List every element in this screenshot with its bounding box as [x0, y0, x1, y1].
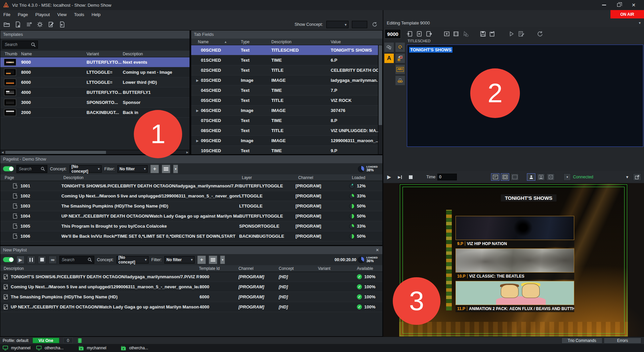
template-row-4000[interactable]: 4000 BUTTERFLYTO... BUTTERFLY1	[0, 87, 190, 98]
add-filter-button[interactable]: +	[150, 165, 159, 173]
column-header-thumb[interactable]: Thumb	[0, 52, 19, 56]
column-header-available[interactable]: Available	[357, 266, 382, 271]
expand-icon[interactable]: ▶	[196, 139, 201, 142]
playlist-filter-select[interactable]: No filter ▾	[164, 256, 195, 263]
run-script-button[interactable]	[508, 30, 516, 38]
image-text-toggle-button[interactable]: A	[395, 53, 405, 63]
view-mode-dropdown[interactable]: ▾	[173, 165, 178, 173]
template-row-6000[interactable]: 6000 LTTOGGLE= Lower third (HD)	[0, 77, 190, 87]
tab-field-row-09sched[interactable]: ▶09SCHED Image IMAGE 1299006311_maroon_.…	[191, 136, 378, 146]
tab-field-row-08sched[interactable]: 08SCHED Text TITLE VIZ UNPLUGGED: MA...	[191, 126, 378, 136]
take-button[interactable]	[415, 30, 423, 38]
tab-field-row-03sched[interactable]: ▶03SCHED Image IMAGE ladygaga_marilynman…	[191, 75, 378, 85]
text-edit-mode-button[interactable]: A	[384, 53, 394, 63]
view-mode-button[interactable]	[209, 255, 217, 264]
menu-page[interactable]: Page	[18, 12, 28, 17]
expand-icon[interactable]: ▶	[196, 79, 201, 82]
spellcheck-button[interactable]: ABI	[395, 64, 405, 74]
column-header-name[interactable]: Name	[19, 52, 87, 56]
templates-search-input[interactable]	[5, 42, 31, 47]
pagelist-search[interactable]	[16, 165, 47, 173]
on-air-button[interactable]: ON AIR	[610, 10, 644, 18]
alpha-preview-button[interactable]	[546, 173, 555, 181]
column-header-page[interactable]: Page	[0, 175, 61, 180]
tab-field-row-01sched[interactable]: 01SCHED Text TIME 6.P	[191, 55, 378, 65]
tab-field-row-04sched[interactable]: 04SCHED Text TIME 7.P	[191, 85, 378, 96]
pagelist-row-1002[interactable]: 1002 Coming Up Next.../Maroon 5 live and…	[0, 191, 382, 201]
playlist-row-9000[interactable]: aTONIGHT'S SHOWS/6.P/CELEBRITY DEATH OCT…	[0, 272, 382, 282]
viz-one-button[interactable]: Viz One	[33, 338, 59, 343]
insert-template-button[interactable]	[443, 30, 451, 38]
column-header-layer[interactable]: Layer	[239, 175, 296, 180]
save-button[interactable]	[479, 30, 487, 38]
import-page-button[interactable]	[58, 20, 66, 28]
chain-links-button[interactable]	[395, 75, 405, 85]
tab-field-row-06sched[interactable]: ▶06SCHED Image IMAGE 307476	[191, 106, 378, 116]
preview-options-dropdown[interactable]: ▾	[564, 173, 571, 181]
column-header-type[interactable]: Type	[238, 40, 269, 44]
tab-field-row-00sched[interactable]: 00SCHED Text TITLESCHED TONIGHT'S SHOWS	[191, 45, 378, 55]
pagelist-row-1003[interactable]: 1003 The Smashing Pumpkins (HD)/The Song…	[0, 201, 382, 211]
detach-preview-button[interactable]	[633, 173, 641, 181]
add-to-playlist-button[interactable]	[25, 20, 33, 28]
tab-fields-vertical-scrollbar[interactable]	[378, 45, 382, 154]
column-header-loaded[interactable]: Loaded	[349, 175, 382, 180]
column-header-description[interactable]: Description	[269, 40, 327, 44]
channel-item-preview-2[interactable]: othercha...	[36, 346, 70, 350]
edit-page-button[interactable]	[47, 20, 55, 28]
time-input[interactable]	[437, 174, 457, 180]
preview-step-button[interactable]: ▶	[395, 173, 404, 181]
link-tool-button[interactable]	[384, 42, 394, 52]
column-header-channel[interactable]: Channel	[238, 266, 279, 271]
tab-field-row-02sched[interactable]: 02SCHED Text TITLE CELEBRITY DEATH OCT..…	[191, 65, 378, 75]
maximize-button[interactable]	[614, 1, 624, 9]
pagelist-enable-toggle[interactable]	[3, 166, 14, 171]
scroll-right-icon[interactable]: ▶	[185, 150, 190, 155]
pagelist-row-1006[interactable]: 1006 We'll Be Back In/Viz Rock/*TIME SET…	[0, 231, 382, 241]
pause-button[interactable]	[27, 256, 35, 264]
loop-button[interactable]: ∞	[49, 256, 57, 264]
reload-show-button[interactable]	[371, 20, 379, 28]
expand-icon[interactable]: ▶	[196, 109, 201, 112]
playlist-search-input[interactable]	[62, 257, 88, 262]
show-concept-select[interactable]: ▾	[326, 21, 348, 28]
column-header-description[interactable]: Description	[0, 266, 199, 271]
settings-button[interactable]	[36, 20, 44, 28]
play-button[interactable]: ▶	[16, 256, 24, 264]
safe-area-button[interactable]	[501, 173, 509, 181]
column-header-description[interactable]: Description	[61, 175, 239, 180]
trio-commands-button[interactable]: Trio Commands	[561, 338, 602, 344]
pagelist-concept-select[interactable]: [No concept] ▾	[69, 165, 102, 173]
menu-playout[interactable]: Playout	[35, 12, 50, 17]
templates-search[interactable]	[2, 41, 38, 49]
chevron-down-icon[interactable]: ▾	[639, 21, 641, 25]
playlist-row-6000[interactable]: aThe Smashing Pumpkins (HD)/The Song Nam…	[0, 292, 382, 302]
close-panel-button[interactable]: ✕	[376, 246, 380, 254]
pagelist-search-input[interactable]	[19, 167, 41, 171]
media-library-button[interactable]	[452, 30, 460, 38]
save-as-button[interactable]	[488, 30, 496, 38]
pagelist-row-1004[interactable]: 1004 UP NEXT.../CELEBRITY DEATH OCTAGON/…	[0, 211, 382, 221]
edit-script-button[interactable]	[517, 30, 525, 38]
pagelist-row-1001[interactable]: 1001 TONIGHT'S SHOWS/6.P/CELEBRITY DEATH…	[0, 181, 382, 191]
tab-field-row-07sched[interactable]: 07SCHED Text TIME 8.P	[191, 116, 378, 126]
fill-preview-button[interactable]	[537, 173, 545, 181]
playlist-enable-toggle[interactable]	[3, 257, 14, 262]
read-template-button[interactable]	[406, 30, 414, 38]
playlist-row-4000[interactable]: aUP NEXT.../CELEBRITY DEATH OCTAGON/Watc…	[0, 302, 382, 312]
menu-help[interactable]: Help	[92, 12, 101, 17]
template-id-input[interactable]	[385, 30, 400, 38]
channel-item-program-2[interactable]: othercha...	[121, 346, 159, 351]
preview-play-button[interactable]: ▶	[385, 173, 393, 181]
refresh-button[interactable]	[536, 30, 544, 38]
view-mode-dropdown[interactable]: ▾	[220, 255, 225, 264]
preview-stop-button[interactable]	[406, 173, 415, 181]
column-header-channel[interactable]: Channel	[296, 175, 349, 180]
menu-view[interactable]: View	[57, 12, 67, 17]
field-value-editor[interactable]: TONIGHT'S SHOWS	[407, 45, 643, 147]
scheduled-playout-button[interactable]	[462, 30, 470, 38]
stop-button[interactable]	[38, 256, 46, 264]
column-header-name[interactable]: Name ▲	[191, 40, 238, 44]
template-row-9000[interactable]: 9000 BUTTERFLYTO... Next events	[0, 57, 190, 67]
template-row-8000[interactable]: 8000 LTTOGGLE= Coming up next - Image	[0, 67, 190, 77]
